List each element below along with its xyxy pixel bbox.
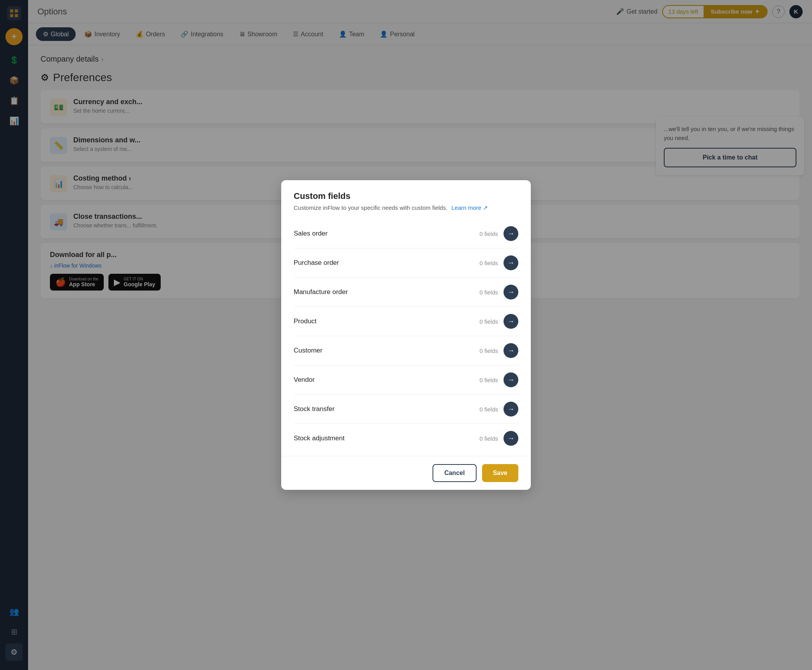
row-count-product: 0 fields [479, 318, 498, 325]
row-count-customer: 0 fields [479, 347, 498, 354]
row-arrow-btn-product[interactable]: → [504, 314, 518, 329]
modal-footer: Cancel Save [281, 456, 531, 490]
custom-fields-modal: Custom fields Customize inFlow to your s… [281, 180, 531, 490]
row-arrow-btn-stock_adjustment[interactable]: → [504, 431, 518, 446]
row-label-stock_adjustment: Stock adjustment [294, 434, 479, 442]
row-label-stock_transfer: Stock transfer [294, 405, 479, 413]
row-arrow-btn-vendor[interactable]: → [504, 372, 518, 387]
modal-header: Custom fields Customize inFlow to your s… [281, 180, 531, 216]
modal-subtitle: Customize inFlow to your specific needs … [294, 204, 518, 211]
modal-row-product: Product 0 fields → [294, 307, 518, 336]
row-arrow-btn-manufacture_order[interactable]: → [504, 285, 518, 300]
save-button[interactable]: Save [482, 464, 518, 482]
modal-body: Sales order 0 fields → Purchase order 0 … [281, 216, 531, 456]
row-arrow-btn-stock_transfer[interactable]: → [504, 402, 518, 417]
modal-row-manufacture_order: Manufacture order 0 fields → [294, 278, 518, 307]
row-arrow-btn-purchase_order[interactable]: → [504, 255, 518, 270]
modal-row-customer: Customer 0 fields → [294, 336, 518, 365]
row-count-purchase_order: 0 fields [479, 260, 498, 266]
modal-row-sales_order: Sales order 0 fields → [294, 219, 518, 248]
learn-more-link[interactable]: Learn more ↗ [452, 204, 488, 211]
row-count-manufacture_order: 0 fields [479, 289, 498, 296]
row-label-purchase_order: Purchase order [294, 259, 479, 267]
modal-row-stock_transfer: Stock transfer 0 fields → [294, 395, 518, 424]
cancel-button[interactable]: Cancel [433, 464, 476, 482]
modal-overlay: Custom fields Customize inFlow to your s… [0, 0, 812, 670]
row-count-stock_transfer: 0 fields [479, 406, 498, 413]
row-count-stock_adjustment: 0 fields [479, 435, 498, 442]
row-label-manufacture_order: Manufacture order [294, 288, 479, 296]
modal-row-purchase_order: Purchase order 0 fields → [294, 248, 518, 278]
row-label-sales_order: Sales order [294, 230, 479, 238]
row-label-product: Product [294, 317, 479, 325]
modal-title: Custom fields [294, 191, 518, 201]
row-count-vendor: 0 fields [479, 377, 498, 383]
row-arrow-btn-customer[interactable]: → [504, 343, 518, 358]
row-label-vendor: Vendor [294, 376, 479, 384]
row-label-customer: Customer [294, 347, 479, 354]
modal-row-stock_adjustment: Stock adjustment 0 fields → [294, 424, 518, 453]
row-arrow-btn-sales_order[interactable]: → [504, 226, 518, 241]
modal-subtitle-text: Customize inFlow to your specific needs … [294, 204, 447, 211]
modal-row-vendor: Vendor 0 fields → [294, 365, 518, 395]
row-count-sales_order: 0 fields [479, 230, 498, 237]
